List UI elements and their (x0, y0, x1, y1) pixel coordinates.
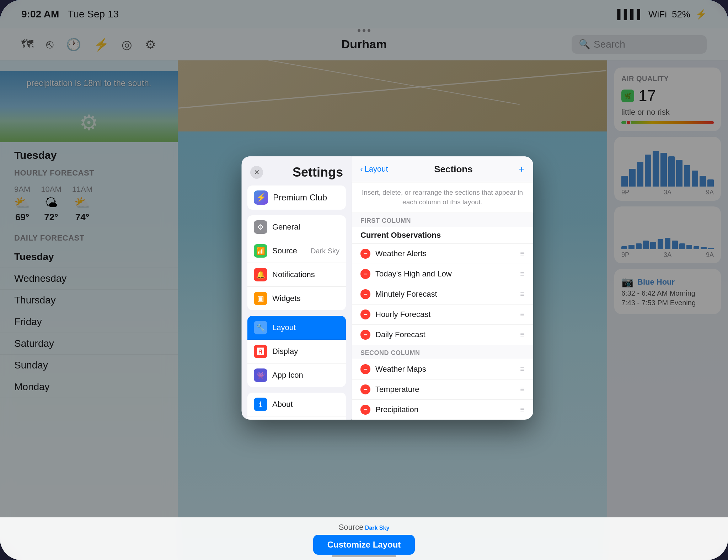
section-item-precipitation: − Precipitation ≡ (352, 400, 533, 419)
temperature-label: Temperature (375, 385, 515, 394)
display-icon: 🅰 (254, 345, 267, 358)
notifications-icon: 🔔 (254, 268, 267, 281)
settings-item-notifications[interactable]: 🔔 Notifications (247, 263, 346, 287)
section-item-weather-alerts: − Weather Alerts ≡ (352, 244, 533, 264)
source-line: Source Dark Sky (339, 523, 390, 532)
general-label: General (272, 222, 339, 232)
hourly-label: Hourly Forecast (375, 310, 515, 319)
weather-alerts-label: Weather Alerts (375, 249, 515, 258)
premium-label: Premium Club (273, 193, 327, 203)
settings-item-app-icon[interactable]: 👾 App Icon (247, 364, 346, 387)
first-column-name: Current Observations (352, 227, 533, 244)
drag-handle-temperature[interactable]: ≡ (520, 385, 525, 394)
dark-sky-link[interactable]: Dark Sky (365, 525, 390, 531)
sections-panel: ‹ Layout Sections + Insert, delete, or r… (352, 156, 533, 419)
remove-hourly-button[interactable]: − (360, 309, 370, 319)
drag-handle-minutely[interactable]: ≡ (520, 290, 525, 299)
section-item-weather-maps: − Weather Maps ≡ (352, 359, 533, 379)
settings-title: Settings (293, 165, 343, 180)
sections-description: Insert, delete, or rearrange the section… (352, 182, 533, 213)
high-low-label: Today's High and Low (375, 269, 515, 279)
settings-close-button[interactable]: ✕ (250, 166, 263, 179)
app-icon-label: App Icon (272, 371, 339, 380)
settings-group-3: ℹ About $ Tip Jar ⭐ Rate CARROT (247, 393, 346, 419)
sections-content: FIRST COLUMN Current Observations − Weat… (352, 213, 533, 419)
source-label: Source (272, 246, 306, 255)
settings-item-source[interactable]: 📶 Source Dark Sky (247, 239, 346, 263)
remove-weather-alerts-button[interactable]: − (360, 249, 370, 259)
settings-item-tip-jar[interactable]: $ Tip Jar (247, 416, 346, 419)
remove-daily-button[interactable]: − (360, 330, 370, 340)
settings-header: ✕ Settings (242, 156, 352, 185)
first-column-header: FIRST COLUMN (352, 213, 533, 227)
home-indicator (332, 555, 396, 557)
sections-title: Sections (434, 164, 472, 175)
drag-handle-precipitation[interactable]: ≡ (520, 405, 525, 414)
drag-handle-weather-alerts[interactable]: ≡ (520, 249, 525, 258)
drag-handle-weather-maps[interactable]: ≡ (520, 365, 525, 374)
customize-layout-button[interactable]: Customize Layout (313, 535, 415, 555)
back-chevron-icon: ‹ (360, 164, 363, 174)
sections-add-button[interactable]: + (519, 163, 524, 175)
layout-icon: 🔧 (254, 321, 267, 334)
drag-handle-hourly[interactable]: ≡ (520, 310, 525, 319)
source-value: Dark Sky (310, 247, 339, 255)
remove-minutely-button[interactable]: − (360, 289, 370, 299)
remove-high-low-button[interactable]: − (360, 269, 370, 279)
about-label: About (272, 400, 339, 409)
settings-item-layout[interactable]: 🔧 Layout (247, 316, 346, 340)
settings-item-general[interactable]: ⚙ General (247, 215, 346, 239)
section-item-daily: − Daily Forecast ≡ (352, 325, 533, 345)
premium-icon: ⚡ (254, 190, 268, 205)
modal-overlay: ✕ Settings ⚡ Premium Club ⚙ General 📶 So… (0, 0, 728, 560)
remove-temperature-button[interactable]: − (360, 384, 370, 394)
settings-item-widgets[interactable]: ▣ Widgets (247, 287, 346, 310)
drag-handle-high-low[interactable]: ≡ (520, 269, 525, 279)
general-icon: ⚙ (254, 220, 267, 234)
settings-group-1: ⚙ General 📶 Source Dark Sky 🔔 Notificati… (247, 215, 346, 310)
settings-item-about[interactable]: ℹ About (247, 393, 346, 416)
settings-group-2: 🔧 Layout 🅰 Display 👾 App Icon (247, 316, 346, 387)
source-icon: 📶 (254, 244, 267, 258)
weather-maps-label: Weather Maps (375, 365, 515, 374)
display-label: Display (272, 347, 339, 356)
source-static-label: Source (339, 523, 364, 532)
settings-premium-item[interactable]: ⚡ Premium Club (247, 185, 346, 210)
settings-item-display[interactable]: 🅰 Display (247, 340, 346, 364)
bottom-bar: Source Dark Sky Customize Layout (0, 517, 728, 560)
back-label: Layout (365, 165, 388, 174)
remove-precipitation-button[interactable]: − (360, 405, 370, 415)
settings-sidebar: ✕ Settings ⚡ Premium Club ⚙ General 📶 So… (242, 156, 352, 419)
second-column-header: SECOND COLUMN (352, 345, 533, 359)
section-item-temperature: − Temperature ≡ (352, 379, 533, 400)
device-frame: 9:02 AM Tue Sep 13 ▌▌▌▌ WiFi 52% ⚡ 🗺 ⎋ 🕐… (0, 0, 728, 560)
section-item-minutely: − Minutely Forecast ≡ (352, 284, 533, 305)
section-item-hourly: − Hourly Forecast ≡ (352, 305, 533, 325)
sections-header: ‹ Layout Sections + (352, 156, 533, 182)
precipitation-label: Precipitation (375, 405, 515, 414)
app-icon-icon: 👾 (254, 368, 267, 382)
widgets-icon: ▣ (254, 292, 267, 305)
section-item-high-low: − Today's High and Low ≡ (352, 264, 533, 284)
settings-modal: ✕ Settings ⚡ Premium Club ⚙ General 📶 So… (242, 156, 533, 419)
minutely-label: Minutely Forecast (375, 290, 515, 299)
widgets-label: Widgets (272, 294, 339, 303)
layout-label: Layout (272, 323, 339, 332)
drag-handle-daily[interactable]: ≡ (520, 330, 525, 339)
notifications-label: Notifications (272, 270, 339, 279)
about-icon: ℹ (254, 398, 267, 411)
sections-back-button[interactable]: ‹ Layout (360, 164, 388, 174)
daily-label-section: Daily Forecast (375, 330, 515, 339)
remove-weather-maps-button[interactable]: − (360, 364, 370, 374)
